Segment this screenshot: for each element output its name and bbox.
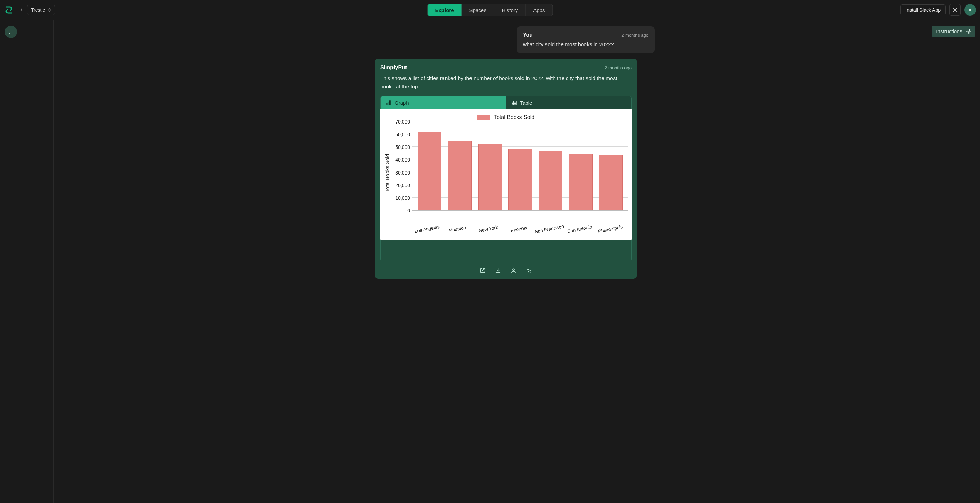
workspace-selector[interactable]: Trestle bbox=[27, 5, 55, 15]
legend-swatch bbox=[477, 115, 490, 120]
bar-slot bbox=[444, 122, 475, 210]
y-tick: 20,000 bbox=[395, 183, 410, 188]
bar-slot bbox=[414, 122, 444, 210]
svg-rect-7 bbox=[386, 103, 387, 105]
table-icon bbox=[512, 100, 517, 105]
instructions-button[interactable]: Instructions bbox=[932, 25, 975, 37]
updown-icon bbox=[48, 8, 51, 12]
chart-bar[interactable] bbox=[509, 149, 532, 210]
app-logo[interactable] bbox=[4, 5, 14, 15]
workspace-name: Trestle bbox=[31, 7, 45, 13]
chart-bar[interactable] bbox=[569, 154, 593, 210]
ai-text: This shows a list of cities ranked by th… bbox=[380, 74, 632, 91]
user-author: You bbox=[523, 32, 533, 38]
open-external-button[interactable] bbox=[480, 267, 485, 274]
bar-slot bbox=[596, 122, 626, 210]
svg-rect-9 bbox=[390, 100, 390, 105]
y-axis: 010,00020,00030,00040,00050,00060,00070,… bbox=[391, 122, 412, 211]
svg-point-4 bbox=[969, 29, 970, 30]
ai-message: SimplyPut 2 months ago This shows a list… bbox=[375, 59, 637, 279]
instructions-label: Instructions bbox=[936, 29, 962, 34]
left-rail bbox=[0, 20, 54, 503]
bar-slot bbox=[566, 122, 596, 210]
user-avatar[interactable]: BC bbox=[964, 4, 976, 16]
install-slack-button[interactable]: Install Slack App bbox=[900, 5, 946, 15]
nav-tab-history[interactable]: History bbox=[495, 4, 526, 16]
message-actions bbox=[380, 267, 632, 274]
download-button[interactable] bbox=[495, 267, 501, 274]
bar-slot bbox=[505, 122, 535, 210]
cursor-button[interactable] bbox=[526, 267, 532, 274]
user-message-wrap: You 2 months ago what city sold the most… bbox=[379, 26, 655, 53]
user-time: 2 months ago bbox=[621, 32, 648, 38]
bar-chart-icon bbox=[386, 100, 391, 105]
y-tick: 10,000 bbox=[395, 196, 410, 201]
y-tick: 60,000 bbox=[395, 132, 410, 137]
legend-label: Total Books Sold bbox=[494, 114, 535, 121]
chart-bar[interactable] bbox=[599, 155, 623, 210]
settings-button[interactable] bbox=[949, 4, 961, 16]
gridline bbox=[412, 121, 628, 121]
cursor-click-icon bbox=[526, 267, 532, 274]
bar-slot bbox=[536, 122, 566, 210]
topbar: / Trestle Explore Spaces History Apps In… bbox=[0, 0, 980, 20]
svg-rect-10 bbox=[512, 101, 516, 105]
conversation: You 2 months ago what city sold the most… bbox=[379, 26, 655, 279]
sliders-icon bbox=[966, 29, 971, 34]
external-link-icon bbox=[480, 267, 485, 274]
svg-point-0 bbox=[955, 9, 956, 11]
y-tick: 70,000 bbox=[395, 119, 410, 124]
gear-icon bbox=[952, 7, 958, 13]
tab-graph-label: Graph bbox=[395, 100, 409, 106]
chart-body: Total Books Sold 010,00020,00030,00040,0… bbox=[383, 122, 628, 224]
nav-tab-apps[interactable]: Apps bbox=[526, 4, 552, 16]
y-axis-label: Total Books Sold bbox=[383, 154, 391, 192]
chart-card: Total Books Sold Total Books Sold 010,00… bbox=[380, 110, 632, 240]
y-tick: 0 bbox=[407, 208, 410, 213]
x-axis-labels: Los AngelesHoustonNew YorkPhoenixSan Fra… bbox=[411, 224, 625, 237]
user-text: what city sold the most books in 2022? bbox=[523, 41, 648, 48]
share-button[interactable] bbox=[511, 267, 516, 274]
chart-plot bbox=[412, 122, 628, 211]
tab-table-label: Table bbox=[520, 100, 533, 106]
chart-bar[interactable] bbox=[448, 141, 471, 210]
main-area: Instructions You 2 months ago what city … bbox=[54, 20, 980, 503]
y-tick: 50,000 bbox=[395, 145, 410, 150]
app-body: Instructions You 2 months ago what city … bbox=[0, 20, 980, 503]
ai-time: 2 months ago bbox=[605, 65, 632, 70]
tab-graph[interactable]: Graph bbox=[380, 97, 506, 109]
chat-icon bbox=[8, 29, 14, 35]
main-nav: Explore Spaces History Apps bbox=[427, 4, 553, 16]
nav-tab-spaces[interactable]: Spaces bbox=[462, 4, 495, 16]
chart-legend: Total Books Sold bbox=[383, 114, 628, 121]
chart-bar[interactable] bbox=[539, 151, 562, 210]
chart-footer-spacer bbox=[380, 240, 632, 261]
svg-point-6 bbox=[968, 32, 969, 33]
person-icon bbox=[511, 267, 516, 274]
svg-point-5 bbox=[967, 31, 968, 32]
chart-bar[interactable] bbox=[478, 144, 502, 210]
nav-tab-explore[interactable]: Explore bbox=[428, 4, 462, 16]
tab-table[interactable]: Table bbox=[506, 97, 632, 109]
y-tick: 40,000 bbox=[395, 157, 410, 162]
new-chat-button[interactable] bbox=[5, 25, 17, 38]
user-message: You 2 months ago what city sold the most… bbox=[517, 26, 655, 53]
svg-point-14 bbox=[512, 269, 514, 270]
chart-bar[interactable] bbox=[418, 132, 441, 210]
view-tabs: Graph Table bbox=[380, 96, 632, 110]
download-icon bbox=[495, 267, 501, 274]
bar-slot bbox=[475, 122, 505, 210]
ai-author: SimplyPut bbox=[380, 65, 407, 71]
topbar-right: Install Slack App BC bbox=[900, 4, 976, 16]
breadcrumb-separator: / bbox=[21, 6, 22, 14]
y-tick: 30,000 bbox=[395, 170, 410, 175]
svg-rect-8 bbox=[388, 102, 389, 105]
